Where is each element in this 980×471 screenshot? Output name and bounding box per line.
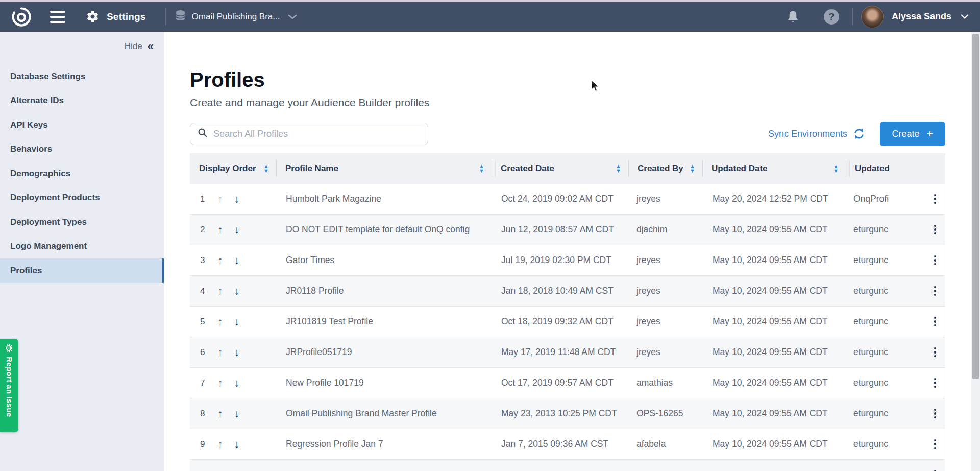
- created-date-cell: Nov 12, 2019 11:08 AM CST: [492, 460, 628, 471]
- profile-name-cell: JR101819 Test Profile: [276, 307, 492, 337]
- move-down-arrow-button[interactable]: ↓: [233, 407, 241, 420]
- user-menu-chevron-down-icon[interactable]: [961, 14, 969, 19]
- table-row: 2 ↑ ↓ DO NOT EDIT template for default O…: [190, 215, 945, 245]
- create-button[interactable]: Create +: [880, 122, 945, 146]
- sort-arrows-icon[interactable]: ▲▼: [263, 164, 269, 173]
- column-header-created-date[interactable]: Created Date ▲▼: [492, 153, 628, 184]
- row-order-number: 1: [200, 194, 212, 204]
- profile-name-cell: DO NOT EDIT template for default OnQ con…: [276, 215, 492, 245]
- move-up-arrow-button[interactable]: ↑: [216, 254, 224, 267]
- vertical-scrollbar[interactable]: [971, 32, 980, 471]
- app-logo-icon[interactable]: [11, 7, 32, 27]
- sort-arrows-icon[interactable]: ▲▼: [833, 164, 839, 173]
- display-order-cell: 10 ↑ ↓: [190, 460, 276, 471]
- move-up-arrow-button[interactable]: ↑: [216, 407, 224, 420]
- help-icon[interactable]: ?: [824, 9, 839, 25]
- move-up-arrow-button[interactable]: ↑: [216, 223, 224, 236]
- row-actions-kebab-button[interactable]: [932, 376, 939, 390]
- sidebar-item-label: Database Settings: [10, 72, 85, 82]
- row-actions-kebab-button[interactable]: [932, 192, 939, 206]
- sidebar-item[interactable]: Deployment Products: [0, 186, 164, 210]
- row-order-number: 3: [200, 255, 212, 266]
- sort-arrows-icon[interactable]: ▲▼: [479, 164, 484, 173]
- column-header-updated[interactable]: Updated: [846, 153, 945, 184]
- row-order-number: 2: [200, 225, 212, 235]
- sidebar-item[interactable]: Database Settings: [0, 64, 164, 89]
- hamburger-menu-icon[interactable]: [50, 11, 65, 23]
- plus-icon: +: [927, 128, 934, 139]
- created-by-cell: djachim: [628, 215, 702, 245]
- sort-arrows-icon[interactable]: ▲▼: [616, 164, 621, 173]
- row-actions-kebab-button[interactable]: [932, 345, 939, 360]
- display-order-cell: 7 ↑ ↓: [190, 368, 276, 398]
- updated-date-cell: May 10, 2024 09:55 AM CDT: [702, 337, 846, 367]
- sidebar-item[interactable]: Alternate IDs: [0, 89, 164, 113]
- move-up-arrow-button[interactable]: ↑: [216, 438, 224, 451]
- report-issue-tab[interactable]: Report an Issue: [0, 339, 18, 432]
- profile-name-cell: JR0118 Profile: [276, 276, 492, 306]
- sync-environments-link[interactable]: Sync Environments: [768, 128, 866, 140]
- top-navigation-bar: Settings Omail Publishing Bra...: [0, 2, 980, 32]
- page-subtitle: Create and manage your Audience Builder …: [190, 96, 945, 109]
- updated-date-cell: May 20, 2024 12:52 PM CDT: [702, 184, 846, 214]
- row-order-number: 6: [200, 347, 212, 358]
- move-down-arrow-button[interactable]: ↓: [233, 254, 241, 267]
- updated-date-cell: May 10, 2024 09:55 AM CDT: [702, 368, 846, 398]
- move-down-arrow-button[interactable]: ↓: [233, 468, 241, 471]
- move-up-arrow-button[interactable]: ↑: [216, 346, 224, 359]
- row-actions-kebab-button[interactable]: [932, 468, 939, 471]
- updated-date-cell: May 20, 2024 12:55 PM CDT: [702, 460, 846, 471]
- move-down-arrow-button[interactable]: ↓: [233, 438, 241, 451]
- sidebar-item[interactable]: API Keys: [0, 113, 164, 137]
- search-box: [190, 123, 428, 145]
- move-down-arrow-button[interactable]: ↓: [233, 193, 241, 205]
- sidebar-item[interactable]: Deployment Types: [0, 210, 164, 234]
- notifications-bell-icon[interactable]: [786, 9, 800, 24]
- move-up-arrow-button[interactable]: ↑: [216, 315, 224, 328]
- move-up-arrow-button[interactable]: ↑: [216, 468, 224, 471]
- column-header-created-by[interactable]: Created By ▲▼: [628, 153, 702, 184]
- user-avatar[interactable]: [861, 6, 884, 28]
- sidebar-item-label: Demographics: [10, 169, 70, 179]
- row-actions-kebab-button[interactable]: [932, 315, 939, 329]
- move-up-arrow-button[interactable]: ↑: [216, 193, 224, 205]
- row-actions-kebab-button[interactable]: [932, 253, 939, 268]
- sort-arrows-icon[interactable]: ▲▼: [690, 164, 695, 173]
- column-header-updated-date[interactable]: Updated Date ▲▼: [702, 153, 846, 184]
- move-down-arrow-button[interactable]: ↓: [233, 376, 241, 389]
- updated-date-cell: May 10, 2024 09:55 AM CDT: [702, 429, 846, 459]
- settings-gear-icon: [86, 10, 100, 23]
- column-header-profile-name[interactable]: Profile Name ▲▼: [276, 153, 492, 184]
- created-date-cell: Oct 24, 2019 09:02 AM CDT: [492, 184, 628, 214]
- move-down-arrow-button[interactable]: ↓: [233, 315, 241, 328]
- table-row: 8 ↑ ↓ Omail Publishing Brand Master Prof…: [190, 398, 945, 429]
- sidebar-item-label: Deployment Products: [10, 193, 100, 203]
- row-actions-kebab-button[interactable]: [932, 407, 939, 421]
- sidebar-item[interactable]: Behaviors: [0, 137, 164, 162]
- brand-selector-dropdown[interactable]: Omail Publishing Bra...: [175, 10, 298, 23]
- row-actions-kebab-button[interactable]: [932, 437, 939, 452]
- move-up-arrow-button[interactable]: ↑: [216, 376, 224, 389]
- profiles-table: Display Order ▲▼ Profile Name ▲▼ Created…: [190, 153, 945, 471]
- move-down-arrow-button[interactable]: ↓: [233, 285, 241, 297]
- sidebar-hide-button[interactable]: Hide «: [125, 41, 154, 52]
- profile-name-cell: Omail Publishing Brand Master Profile: [276, 398, 492, 429]
- app-window: Settings Omail Publishing Bra...: [0, 0, 980, 471]
- row-actions-kebab-button[interactable]: [932, 284, 939, 298]
- move-down-arrow-button[interactable]: ↓: [233, 346, 241, 359]
- move-up-arrow-button[interactable]: ↑: [216, 285, 224, 297]
- row-actions-kebab-button[interactable]: [932, 223, 939, 237]
- bug-icon: [5, 343, 14, 353]
- sidebar-item[interactable]: Demographics: [0, 161, 164, 186]
- search-icon: [198, 128, 208, 140]
- updated-by-cell: eturgunc: [846, 398, 945, 429]
- column-header-display-order[interactable]: Display Order ▲▼: [190, 153, 276, 184]
- scrollbar-thumb[interactable]: [972, 34, 979, 379]
- move-down-arrow-button[interactable]: ↓: [233, 223, 241, 236]
- settings-sidebar: Hide « Database Settings Alternate IDs A…: [0, 32, 164, 471]
- updated-by-cell: eturgunc: [846, 245, 945, 275]
- table-row: 5 ↑ ↓ JR101819 Test Profile Oct 18, 2019…: [190, 307, 945, 337]
- search-input[interactable]: [213, 129, 421, 139]
- sidebar-item[interactable]: Profiles: [0, 258, 164, 283]
- sidebar-item[interactable]: Logo Management: [0, 234, 164, 259]
